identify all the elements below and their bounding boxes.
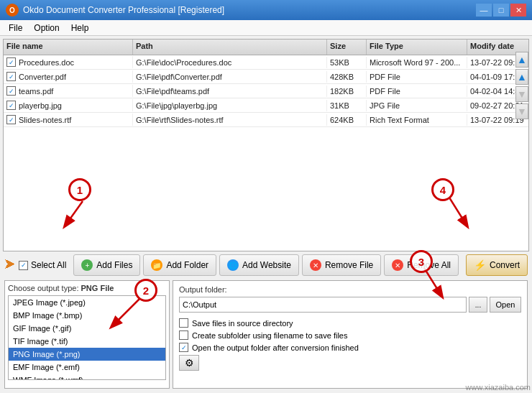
col-filename: File name xyxy=(4,40,133,55)
row-checkbox-1[interactable]: ✓ xyxy=(6,72,16,81)
select-all-label: Select All xyxy=(31,260,66,270)
add-files-icon: + xyxy=(81,259,93,271)
title-bar: O Okdo Document Converter Professional [… xyxy=(0,0,532,20)
type-item-1[interactable]: BMP Image (*.bmp) xyxy=(9,309,165,322)
cell-type-0: Microsoft Word 97 - 200... xyxy=(367,57,467,68)
row-checkbox-3[interactable]: ✓ xyxy=(6,101,16,110)
cell-path-3: G:\File\jpg\playerbg.jpg xyxy=(133,100,327,111)
output-type-list[interactable]: JPEG Image (*.jpeg) BMP Image (*.bmp) GI… xyxy=(8,295,166,380)
remove-file-icon: ✕ xyxy=(310,259,321,271)
cell-size-4: 624KB xyxy=(327,114,367,126)
cell-filename-4: ✓ Slides-notes.rtf xyxy=(4,114,133,126)
cell-filename-3: ✓ playerbg.jpg xyxy=(4,99,133,111)
menu-bar: File Option Help xyxy=(0,20,532,36)
col-path: Path xyxy=(133,40,327,55)
add-website-label: Add Website xyxy=(242,260,291,270)
cell-path-2: G:\File\pdf\teams.pdf xyxy=(133,85,327,97)
maximize-button[interactable]: □ xyxy=(493,4,509,17)
add-website-button[interactable]: 🌐 Add Website xyxy=(219,254,299,276)
output-folder-panel: Output folder: ... Open Save files in so… xyxy=(173,280,528,389)
cell-path-4: G:\File\rtf\Slides-notes.rtf xyxy=(133,114,327,126)
table-row[interactable]: ✓ Converter.pdf G:\File\pdf\Converter.pd… xyxy=(4,70,528,84)
output-type-panel: Choose output type: PNG File JPEG Image … xyxy=(4,280,170,389)
add-folder-button[interactable]: 📁 Add Folder xyxy=(143,254,216,276)
cell-size-0: 53KB xyxy=(327,57,367,68)
open-button[interactable]: Open xyxy=(490,297,521,313)
cell-filename-1: ✓ Converter.pdf xyxy=(4,70,133,83)
cell-size-2: 182KB xyxy=(327,85,367,97)
scroll-bottom-button[interactable]: ▼ xyxy=(515,103,528,119)
menu-file[interactable]: File xyxy=(3,22,28,34)
remove-all-label: Remove All xyxy=(407,260,451,270)
checkbox-label-2: Open the output folder after conversion … xyxy=(192,343,359,352)
type-item-6[interactable]: WMF Image (*.wmf) xyxy=(9,374,165,380)
minimize-button[interactable]: — xyxy=(476,4,492,17)
browse-button[interactable]: ... xyxy=(469,297,487,313)
output-type-selected: PNG File xyxy=(81,284,114,292)
cell-filename-0: ✓ Procedures.doc xyxy=(4,56,133,68)
table-row[interactable]: ✓ Procedures.doc G:\File\doc\Procedures.… xyxy=(4,55,528,70)
table-row[interactable]: ✓ Slides-notes.rtf G:\File\rtf\Slides-no… xyxy=(4,113,528,127)
scroll-down-button[interactable]: ▼ xyxy=(515,86,528,102)
file-list-panel: File name Path Size File Type Modify dat… xyxy=(3,39,529,251)
gear-icon: ⚙ xyxy=(185,357,194,369)
toolbar-row: ⮞ ✓ Select All + Add Files 📁 Add Folder … xyxy=(3,251,529,279)
row-checkbox-2[interactable]: ✓ xyxy=(6,86,16,96)
checkbox-2[interactable]: ✓ xyxy=(179,343,188,352)
output-type-label: Choose output type: PNG File xyxy=(8,284,166,292)
add-files-button[interactable]: + Add Files xyxy=(73,254,140,276)
folder-input-row: ... Open xyxy=(179,297,521,313)
table-row[interactable]: ✓ playerbg.jpg G:\File\jpg\playerbg.jpg … xyxy=(4,98,528,113)
checkbox-0[interactable] xyxy=(179,318,188,328)
select-all-checkbox[interactable]: ✓ xyxy=(19,261,28,270)
app-title: Okdo Document Converter Professional [Re… xyxy=(23,5,224,15)
output-folder-label: Output folder: xyxy=(179,285,521,294)
add-folder-label: Add Folder xyxy=(166,260,208,270)
cell-type-3: JPG File xyxy=(367,100,467,111)
arrow-icon: ⮞ xyxy=(4,259,16,272)
add-files-label: Add Files xyxy=(96,260,132,270)
col-filetype: File Type xyxy=(367,40,467,55)
cell-type-4: Rich Text Format xyxy=(367,114,467,126)
select-all-area: ✓ Select All xyxy=(19,260,66,270)
checkbox-label-0: Save files in source directory xyxy=(192,319,293,328)
type-item-0[interactable]: JPEG Image (*.jpeg) xyxy=(9,296,165,309)
row-checkbox-0[interactable]: ✓ xyxy=(6,57,16,67)
scroll-top-button[interactable]: ▲ xyxy=(515,52,528,68)
convert-button[interactable]: ⚡ Convert xyxy=(466,254,528,276)
scroll-up-button[interactable]: ▲ xyxy=(515,69,528,85)
folder-path-input[interactable] xyxy=(179,297,467,313)
remove-all-button[interactable]: ✕ Remove All xyxy=(384,254,459,276)
type-item-2[interactable]: GIF Image (*.gif) xyxy=(9,322,165,335)
checkbox-row-1: Create subfolder using filename to save … xyxy=(179,330,521,340)
type-item-3[interactable]: TIF Image (*.tif) xyxy=(9,335,165,348)
type-item-5[interactable]: EMF Image (*.emf) xyxy=(9,361,165,374)
remove-file-button[interactable]: ✕ Remove File xyxy=(302,254,381,276)
bottom-section: Choose output type: PNG File JPEG Image … xyxy=(3,279,529,390)
checkbox-label-1: Create subfolder using filename to save … xyxy=(192,331,347,340)
watermark: www.xiazaiba.com xyxy=(466,383,531,392)
row-checkbox-4[interactable]: ✓ xyxy=(6,115,16,124)
table-body: ✓ Procedures.doc G:\File\doc\Procedures.… xyxy=(4,55,528,251)
main-container: File name Path Size File Type Modify dat… xyxy=(0,36,532,393)
convert-label: Convert xyxy=(490,260,520,270)
menu-option[interactable]: Option xyxy=(28,22,65,34)
window-controls: — □ ✕ xyxy=(476,4,526,17)
type-item-4[interactable]: PNG Image (*.png) xyxy=(9,348,165,361)
settings-button[interactable]: ⚙ xyxy=(179,355,199,371)
checkbox-row-2: ✓ Open the output folder after conversio… xyxy=(179,343,521,352)
checkbox-row-0: Save files in source directory xyxy=(179,318,521,328)
close-button[interactable]: ✕ xyxy=(510,4,526,17)
cell-path-1: G:\File\pdf\Converter.pdf xyxy=(133,71,327,83)
menu-help[interactable]: Help xyxy=(65,22,95,34)
cell-size-3: 31KB xyxy=(327,100,367,111)
cell-type-2: PDF File xyxy=(367,85,467,97)
remove-file-label: Remove File xyxy=(325,260,373,270)
cell-size-1: 428KB xyxy=(327,71,367,83)
app-icon: O xyxy=(6,4,19,17)
table-header: File name Path Size File Type Modify dat… xyxy=(4,40,528,55)
scroll-buttons: ▲ ▲ ▼ ▼ xyxy=(515,52,528,119)
table-row[interactable]: ✓ teams.pdf G:\File\pdf\teams.pdf 182KB … xyxy=(4,84,528,98)
checkbox-1[interactable] xyxy=(179,330,188,340)
cell-path-0: G:\File\doc\Procedures.doc xyxy=(133,57,327,68)
